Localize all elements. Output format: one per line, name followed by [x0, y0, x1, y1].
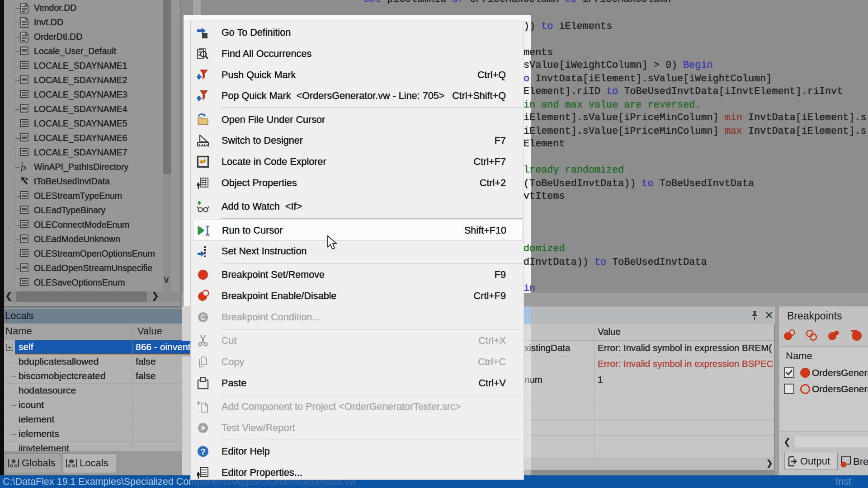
svg-text:fx: fx — [21, 163, 27, 172]
svg-text:C: C — [200, 314, 206, 321]
svg-text:?: ? — [200, 447, 206, 456]
